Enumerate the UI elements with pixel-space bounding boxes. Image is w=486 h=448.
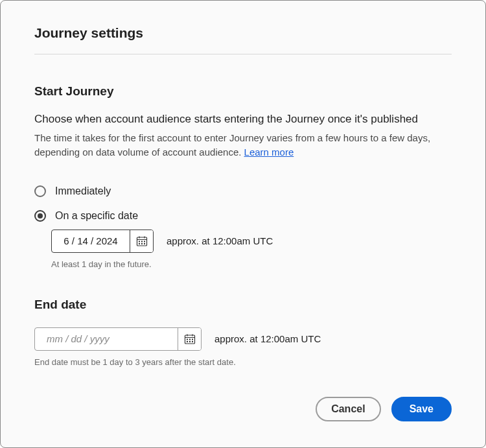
radio-immediately-row[interactable]: Immediately — [34, 185, 452, 197]
start-date-approx: approx. at 12:00am UTC — [167, 235, 273, 246]
radio-immediately[interactable] — [34, 185, 46, 197]
svg-rect-5 — [141, 241, 143, 242]
end-date-calendar-button[interactable] — [178, 328, 201, 350]
calendar-icon — [136, 235, 148, 247]
radio-specific-date-label: On a specific date — [55, 210, 138, 222]
svg-rect-6 — [144, 241, 145, 242]
svg-rect-19 — [192, 341, 193, 342]
svg-rect-17 — [187, 341, 188, 342]
end-date-hint: End date must be 1 day to 3 years after … — [34, 357, 452, 367]
start-date-value[interactable]: 6 / 14 / 2024 — [52, 230, 130, 252]
cancel-button[interactable]: Cancel — [316, 397, 380, 421]
svg-rect-7 — [139, 243, 140, 244]
start-date-input[interactable]: 6 / 14 / 2024 — [51, 230, 154, 253]
start-journey-lead: Choose when account audience starts ente… — [34, 113, 452, 126]
start-date-calendar-button[interactable] — [130, 230, 153, 252]
end-date-heading: End date — [34, 298, 452, 312]
save-button[interactable]: Save — [391, 397, 452, 421]
dialog-title: Journey settings — [34, 25, 452, 41]
svg-rect-18 — [189, 341, 191, 342]
radio-immediately-label: Immediately — [55, 185, 111, 197]
svg-rect-14 — [187, 338, 188, 340]
end-date-section: End date mm / dd / yyyy — [34, 298, 452, 367]
end-date-row: mm / dd / yyyy ap — [34, 327, 452, 351]
start-journey-sub-text: The time it takes for the first account … — [34, 132, 430, 158]
svg-rect-15 — [189, 338, 191, 340]
divider — [34, 54, 452, 54]
start-journey-heading: Start Journey — [34, 84, 452, 99]
start-date-hint: At least 1 day in the future. — [51, 259, 452, 269]
start-radio-group: Immediately On a specific date 6 / 14 / … — [34, 185, 452, 269]
svg-rect-4 — [139, 241, 140, 242]
dialog-footer: Cancel Save — [316, 397, 452, 421]
radio-specific-row[interactable]: On a specific date — [34, 210, 452, 222]
start-journey-subtext: The time it takes for the first account … — [34, 131, 452, 159]
learn-more-link[interactable]: Learn more — [244, 147, 294, 158]
svg-rect-16 — [192, 338, 193, 340]
radio-specific-date[interactable] — [34, 210, 46, 222]
end-date-placeholder[interactable]: mm / dd / yyyy — [35, 328, 178, 350]
svg-rect-9 — [144, 243, 145, 244]
svg-rect-8 — [141, 243, 143, 244]
end-date-input[interactable]: mm / dd / yyyy — [34, 327, 202, 351]
end-date-approx: approx. at 12:00am UTC — [214, 333, 321, 344]
start-date-row: 6 / 14 / 2024 ap — [51, 230, 452, 253]
calendar-icon — [184, 333, 196, 345]
journey-settings-dialog: Journey settings Start Journey Choose wh… — [0, 0, 486, 448]
